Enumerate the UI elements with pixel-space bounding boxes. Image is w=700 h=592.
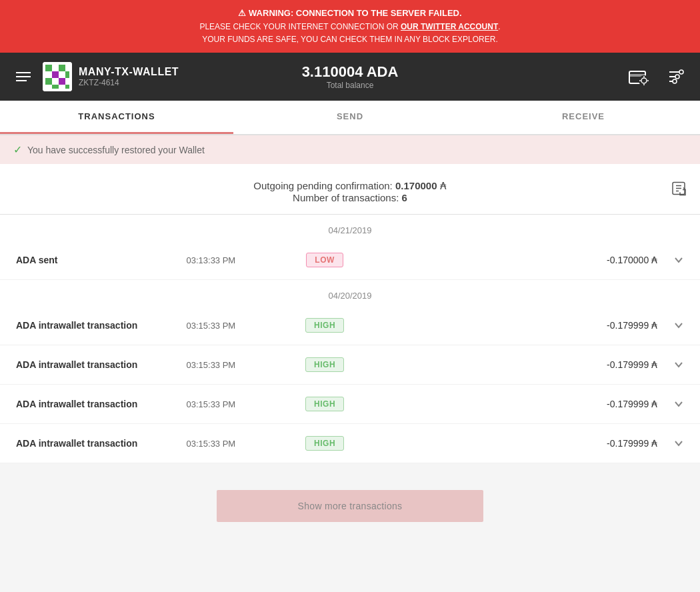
svg-rect-2 — [52, 65, 59, 71]
expand-button[interactable] — [668, 399, 684, 409]
expand-button[interactable] — [668, 255, 684, 265]
tx-title: ADA intrawallet transaction — [16, 359, 175, 370]
svg-rect-11 — [59, 78, 65, 85]
tab-send[interactable]: SEND — [233, 101, 467, 134]
svg-point-29 — [675, 75, 679, 79]
chevron-down-icon — [673, 359, 684, 370]
svg-rect-16 — [65, 85, 69, 89]
svg-rect-13 — [45, 85, 52, 89]
tx-amount: -0.179999 ₳ — [537, 359, 657, 370]
export-icon — [671, 180, 687, 196]
svg-rect-14 — [52, 85, 59, 89]
table-row: ADA intrawallet transaction 03:15:33 PM … — [0, 306, 700, 345]
wallet-name: MANY-TX-WALLET — [79, 66, 179, 78]
twitter-link[interactable]: OUR TWITTER ACCOUNT — [401, 22, 498, 31]
tx-count: 6 — [402, 192, 407, 203]
export-button[interactable] — [671, 180, 687, 198]
table-row: ADA sent 03:13:33 PM LOW -0.170000 ₳ — [0, 241, 700, 280]
expand-button[interactable] — [668, 438, 684, 449]
status-badge: HIGH — [305, 397, 344, 411]
status-badge: LOW — [306, 253, 343, 267]
success-message: You have successfully restored your Wall… — [27, 145, 205, 155]
svg-rect-15 — [59, 85, 65, 89]
tx-title: ADA sent — [16, 255, 175, 265]
filter-settings-button[interactable] — [663, 63, 689, 90]
table-row: ADA intrawallet transaction 03:15:33 PM … — [0, 424, 700, 463]
tx-amount: -0.179999 ₳ — [537, 399, 657, 409]
wallet-settings-button[interactable] — [623, 61, 655, 93]
warning-line1: ⚠ WARNING: CONNECTION TO THE SERVER FAIL… — [13, 7, 687, 21]
status-badge: HIGH — [305, 318, 344, 333]
warning-banner: ⚠ WARNING: CONNECTION TO THE SERVER FAIL… — [0, 0, 700, 53]
svg-rect-12 — [65, 78, 69, 85]
svg-rect-10 — [52, 78, 59, 85]
wallet-logo-svg — [43, 62, 72, 91]
header-left: MANY-TX-WALLET ZKTZ-4614 — [11, 62, 237, 91]
success-banner: ✓ You have successfully restored your Wa… — [0, 135, 700, 164]
svg-rect-6 — [52, 71, 59, 78]
date-separator-1: 04/21/2019 — [0, 215, 700, 241]
show-more-section: Show more transactions — [0, 463, 700, 549]
tx-amount: -0.179999 ₳ — [537, 320, 657, 331]
wallet-id: ZKTZ-4614 — [79, 78, 179, 87]
balance-amount: 3.110004 ADA — [237, 63, 463, 81]
tx-title: ADA intrawallet transaction — [16, 438, 175, 449]
tx-amount: -0.170000 ₳ — [537, 255, 657, 265]
tx-time: 03:15:33 PM — [186, 360, 282, 370]
pending-line1: Outgoing pending confirmation: 0.170000 … — [13, 180, 687, 192]
tx-title: ADA intrawallet transaction — [16, 320, 175, 331]
expand-button[interactable] — [668, 359, 684, 370]
nav-tabs: TRANSACTIONS SEND RECEIVE — [0, 101, 700, 135]
svg-rect-3 — [59, 65, 65, 71]
tx-title: ADA intrawallet transaction — [16, 399, 175, 409]
filter-icon — [667, 67, 685, 86]
ada-symbol-pending: ₳ — [440, 180, 447, 191]
svg-point-28 — [679, 70, 683, 74]
warning-line2: PLEASE CHECK YOUR INTERNET CONNECTION OR… — [13, 21, 687, 33]
table-row: ADA intrawallet transaction 03:15:33 PM … — [0, 385, 700, 424]
svg-rect-4 — [65, 65, 69, 71]
status-badge: HIGH — [305, 357, 344, 372]
pending-amount: 0.170000 — [395, 180, 437, 191]
svg-point-30 — [673, 79, 677, 83]
tx-badge: HIGH — [293, 357, 357, 372]
svg-rect-9 — [45, 78, 52, 85]
svg-rect-8 — [65, 71, 69, 78]
tx-amount: -0.179999 ₳ — [537, 438, 657, 449]
success-check-icon: ✓ — [13, 143, 22, 156]
tab-receive[interactable]: RECEIVE — [467, 101, 700, 134]
warning-icon: ⚠ — [238, 8, 246, 18]
svg-rect-7 — [59, 71, 65, 78]
wallet-logo — [43, 62, 72, 91]
tx-badge: HIGH — [293, 436, 357, 451]
chevron-down-icon — [673, 320, 684, 331]
status-badge: HIGH — [305, 436, 344, 451]
svg-rect-5 — [45, 71, 52, 78]
tx-time: 03:15:33 PM — [186, 439, 282, 449]
tx-time: 03:13:33 PM — [186, 255, 282, 265]
wallet-icon — [627, 65, 651, 89]
tx-badge: HIGH — [293, 318, 357, 333]
tx-time: 03:15:33 PM — [186, 321, 282, 331]
expand-button[interactable] — [668, 320, 684, 331]
svg-rect-1 — [45, 65, 52, 71]
chevron-down-icon — [673, 255, 684, 265]
header-center: 3.110004 ADA Total balance — [237, 63, 463, 90]
main-content: Outgoing pending confirmation: 0.170000 … — [0, 164, 700, 463]
tx-badge: HIGH — [293, 397, 357, 411]
date-separator-2: 04/20/2019 — [0, 280, 700, 306]
pending-info: Outgoing pending confirmation: 0.170000 … — [0, 164, 700, 215]
chevron-down-icon — [673, 399, 684, 409]
tx-badge: LOW — [293, 253, 357, 267]
wallet-info: MANY-TX-WALLET ZKTZ-4614 — [79, 66, 179, 87]
header-right — [463, 61, 689, 93]
balance-label: Total balance — [237, 81, 463, 90]
table-row: ADA intrawallet transaction 03:15:33 PM … — [0, 345, 700, 385]
show-more-button[interactable]: Show more transactions — [217, 490, 483, 522]
warning-line3: YOUR FUNDS ARE SAFE, YOU CAN CHECK THEM … — [13, 33, 687, 46]
pending-line2: Number of transactions: 6 — [13, 192, 687, 203]
tx-time: 03:15:33 PM — [186, 399, 282, 409]
menu-icon[interactable] — [11, 67, 36, 87]
tab-transactions[interactable]: TRANSACTIONS — [0, 101, 233, 134]
header: MANY-TX-WALLET ZKTZ-4614 3.110004 ADA To… — [0, 53, 700, 101]
